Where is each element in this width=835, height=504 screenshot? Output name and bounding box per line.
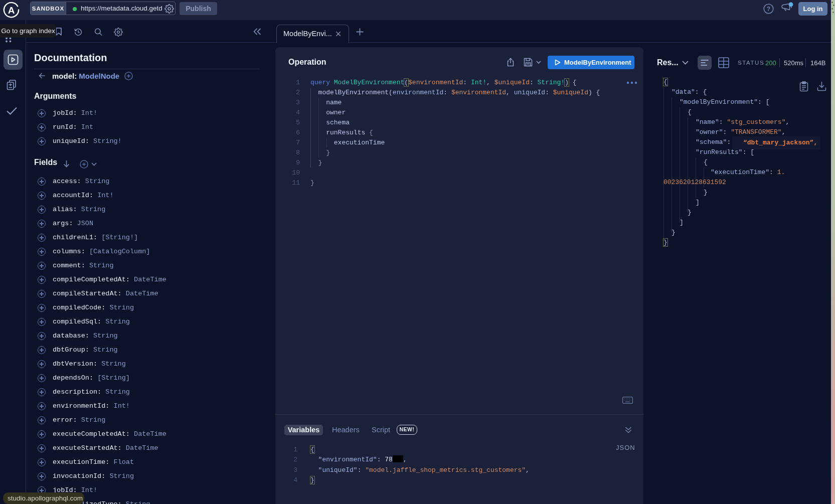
svg-text:?: ? [767,6,770,13]
svg-text:A: A [8,5,15,16]
